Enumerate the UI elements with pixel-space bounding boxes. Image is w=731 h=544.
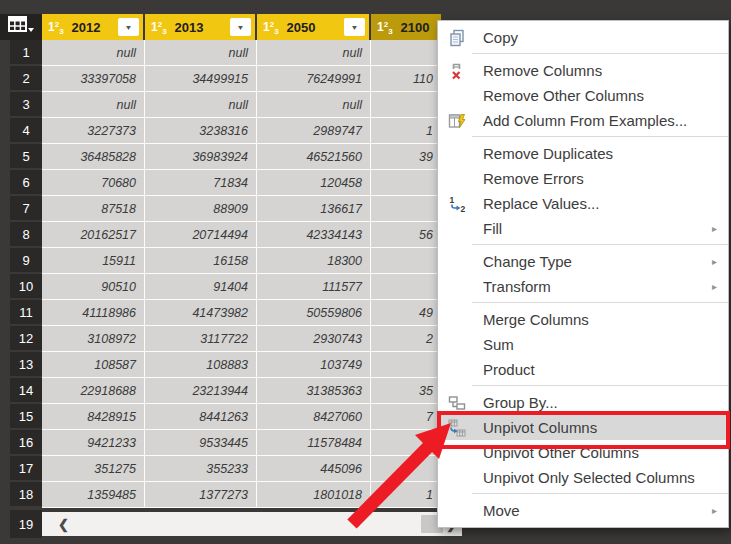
cell-2012[interactable]: 8428915 (42, 404, 145, 430)
cell-2012[interactable]: 70680 (42, 170, 145, 196)
cell-2012[interactable]: null (42, 92, 145, 118)
cell-2013[interactable]: 3117722 (145, 326, 257, 352)
column-header-2013[interactable]: 1232013▼ (145, 14, 257, 40)
whole-number-type-icon[interactable]: 123 (377, 18, 393, 36)
cell-2100[interactable] (371, 196, 441, 222)
cell-2100[interactable]: 49 (371, 300, 441, 326)
cell-2050[interactable]: 42334143 (257, 222, 371, 248)
cell-2012[interactable]: null (42, 40, 145, 66)
cell-2012[interactable]: 87518 (42, 196, 145, 222)
cell-2100[interactable] (371, 456, 441, 482)
cell-2050[interactable]: 11578484 (257, 430, 371, 456)
cell-2050[interactable]: 50559806 (257, 300, 371, 326)
cell-2013[interactable]: null (145, 40, 257, 66)
cell-2013[interactable]: null (145, 92, 257, 118)
menu-item-fill[interactable]: Fill▸ (438, 216, 728, 241)
menu-item-copy[interactable]: Copy (438, 25, 728, 50)
cell-2050[interactable]: 2989747 (257, 118, 371, 144)
menu-item-sum[interactable]: Sum (438, 332, 728, 357)
cell-2100[interactable]: 1 (371, 118, 441, 144)
cell-2013[interactable]: 34499915 (145, 66, 257, 92)
cell-2100[interactable] (371, 352, 441, 378)
cell-2013[interactable]: 88909 (145, 196, 257, 222)
menu-item-remove-columns[interactable]: Remove Columns (438, 58, 728, 83)
row-number[interactable]: 16 (10, 430, 42, 456)
table-options-button[interactable] (0, 14, 42, 40)
menu-item-move[interactable]: Move▸ (438, 498, 728, 523)
cell-2100[interactable] (371, 274, 441, 300)
row-number[interactable]: 8 (10, 222, 42, 248)
scroll-left-arrow-icon[interactable]: ❮ (58, 518, 69, 531)
cell-2050[interactable]: 76249991 (257, 66, 371, 92)
row-number-19[interactable]: 19 (10, 510, 42, 538)
row-number[interactable]: 7 (10, 196, 42, 222)
cell-2050[interactable]: 46521560 (257, 144, 371, 170)
row-number[interactable]: 1 (10, 40, 42, 66)
cell-2013[interactable]: 23213944 (145, 378, 257, 404)
cell-2013[interactable]: 1377273 (145, 482, 257, 508)
menu-item-transform[interactable]: Transform▸ (438, 274, 728, 299)
cell-2100[interactable]: 1 (371, 482, 441, 508)
menu-item-replace-values[interactable]: 12Replace Values... (438, 191, 728, 216)
menu-item-add-column-from-examples[interactable]: Add Column From Examples... (438, 108, 728, 133)
cell-2013[interactable]: 91404 (145, 274, 257, 300)
cell-2012[interactable]: 351275 (42, 456, 145, 482)
cell-2013[interactable]: 71834 (145, 170, 257, 196)
cell-2050[interactable]: 120458 (257, 170, 371, 196)
cell-2012[interactable]: 9421233 (42, 430, 145, 456)
filter-dropdown-button[interactable]: ▼ (118, 18, 139, 36)
cell-2050[interactable]: 445096 (257, 456, 371, 482)
menu-item-remove-other-columns[interactable]: Remove Other Columns (438, 83, 728, 108)
filter-dropdown-button[interactable]: ▼ (344, 18, 365, 36)
row-number[interactable]: 11 (10, 300, 42, 326)
cell-2050[interactable]: 103749 (257, 352, 371, 378)
cell-2100[interactable]: 7 (371, 404, 441, 430)
whole-number-type-icon[interactable]: 123 (151, 18, 167, 36)
cell-2050[interactable]: null (257, 40, 371, 66)
cell-2012[interactable]: 22918688 (42, 378, 145, 404)
cell-2100[interactable]: 110 (371, 66, 441, 92)
cell-2050[interactable]: 136617 (257, 196, 371, 222)
cell-2013[interactable]: 3238316 (145, 118, 257, 144)
cell-2100[interactable]: 39 (371, 144, 441, 170)
horizontal-scrollbar[interactable]: ❮ ❯ (42, 512, 462, 536)
row-number[interactable]: 2 (10, 66, 42, 92)
cell-2050[interactable]: 111577 (257, 274, 371, 300)
whole-number-type-icon[interactable]: 123 (263, 18, 279, 36)
row-number[interactable]: 15 (10, 404, 42, 430)
cell-2012[interactable]: 3227373 (42, 118, 145, 144)
cell-2012[interactable]: 90510 (42, 274, 145, 300)
cell-2100[interactable]: 11 (371, 430, 441, 456)
cell-2050[interactable]: 2930743 (257, 326, 371, 352)
cell-2100[interactable] (371, 40, 441, 66)
filter-dropdown-button[interactable]: ▼ (230, 18, 251, 36)
cell-2013[interactable]: 36983924 (145, 144, 257, 170)
cell-2012[interactable]: 33397058 (42, 66, 145, 92)
menu-item-unpivot-other-columns[interactable]: Unpivot Other Columns (438, 440, 728, 465)
cell-2012[interactable]: 36485828 (42, 144, 145, 170)
cell-2050[interactable]: 1801018 (257, 482, 371, 508)
cell-2012[interactable]: 20162517 (42, 222, 145, 248)
cell-2013[interactable]: 8441263 (145, 404, 257, 430)
cell-2012[interactable]: 1359485 (42, 482, 145, 508)
menu-item-change-type[interactable]: Change Type▸ (438, 249, 728, 274)
cell-2050[interactable]: null (257, 92, 371, 118)
menu-item-group-by[interactable]: Group By... (438, 390, 728, 415)
row-number[interactable]: 18 (10, 482, 42, 508)
cell-2012[interactable]: 15911 (42, 248, 145, 274)
row-number[interactable]: 12 (10, 326, 42, 352)
cell-2050[interactable]: 8427060 (257, 404, 371, 430)
cell-2013[interactable]: 20714494 (145, 222, 257, 248)
cell-2100[interactable]: 35 (371, 378, 441, 404)
cell-2012[interactable]: 3108972 (42, 326, 145, 352)
cell-2013[interactable]: 41473982 (145, 300, 257, 326)
row-number[interactable]: 14 (10, 378, 42, 404)
cell-2013[interactable]: 16158 (145, 248, 257, 274)
cell-2012[interactable]: 41118986 (42, 300, 145, 326)
column-header-2100[interactable]: 1232100 (371, 14, 441, 40)
menu-item-unpivot-columns[interactable]: Unpivot Columns (438, 415, 728, 440)
column-header-2012[interactable]: 1232012▼ (42, 14, 145, 40)
cell-2050[interactable]: 18300 (257, 248, 371, 274)
row-number[interactable]: 10 (10, 274, 42, 300)
menu-item-unpivot-only-selected-columns[interactable]: Unpivot Only Selected Columns (438, 465, 728, 490)
